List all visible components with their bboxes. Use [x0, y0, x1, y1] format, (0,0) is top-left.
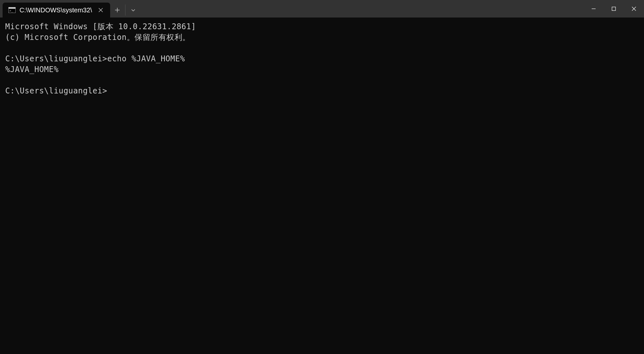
new-tab-button[interactable]: [110, 3, 124, 18]
terminal-output: Microsoft Windows [版本 10.0.22631.2861] (…: [5, 21, 639, 96]
close-icon: [632, 6, 636, 11]
prompt-line: C:\Users\liuguanglei>: [5, 86, 107, 95]
output-line: C:\Users\liuguanglei>echo %JAVA_HOME%: [5, 54, 185, 63]
svg-text:>_: >_: [9, 9, 13, 12]
tab-close-button[interactable]: [96, 5, 106, 15]
tab-active[interactable]: >_ C:\WINDOWS\system32\: [3, 3, 110, 18]
tab-title: C:\WINDOWS\system32\: [19, 6, 92, 14]
cmd-icon: >_: [8, 7, 16, 13]
svg-rect-8: [612, 7, 616, 11]
close-window-button[interactable]: [624, 0, 644, 18]
minimize-icon: [591, 6, 596, 11]
terminal-viewport[interactable]: Microsoft Windows [版本 10.0.22631.2861] (…: [0, 18, 644, 354]
output-line: %JAVA_HOME%: [5, 65, 58, 74]
tab-dropdown-button[interactable]: [126, 3, 140, 18]
output-line: Microsoft Windows [版本 10.0.22631.2861]: [5, 22, 196, 31]
chevron-down-icon: [131, 8, 135, 12]
close-icon: [98, 8, 103, 12]
output-line: (c) Microsoft Corporation。保留所有权利。: [5, 33, 190, 42]
svg-rect-1: [8, 7, 16, 9]
toolbar-divider: [125, 5, 125, 16]
plus-icon: [115, 7, 120, 13]
title-bar: >_ C:\WINDOWS\system32\: [0, 0, 644, 18]
maximize-button[interactable]: [604, 0, 624, 18]
minimize-button[interactable]: [584, 0, 604, 18]
window-controls: [584, 0, 644, 18]
titlebar-drag-area[interactable]: [140, 0, 584, 18]
maximize-icon: [612, 6, 616, 11]
